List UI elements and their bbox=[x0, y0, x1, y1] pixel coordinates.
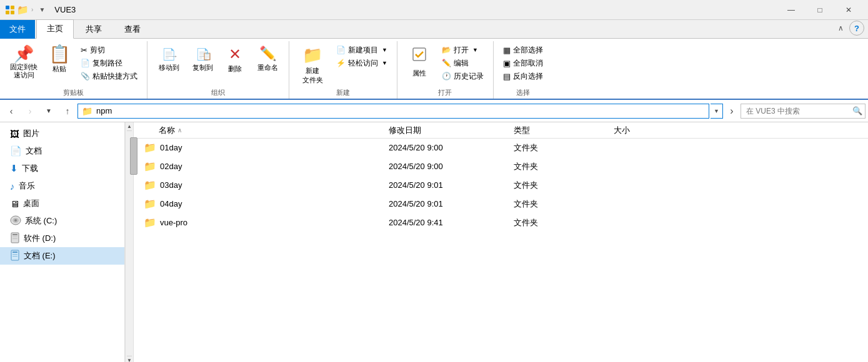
folder-icon: 📁 bbox=[144, 142, 156, 154]
downloads-label: 下载 bbox=[22, 163, 38, 174]
select-all-button[interactable]: ▦ 全部选择 bbox=[499, 44, 547, 56]
col-name[interactable]: 名称 ∧ bbox=[134, 122, 384, 139]
sidebar-item-downloads[interactable]: ⬇ 下载 bbox=[0, 160, 124, 177]
rename-button[interactable]: ✏️ 重命名 bbox=[251, 42, 284, 82]
sidebar-item-desktop[interactable]: 🖥 桌面 bbox=[0, 195, 124, 212]
file-type-cell: 文件夹 bbox=[509, 159, 609, 175]
paste-shortcut-button[interactable]: 📎 粘贴快捷方式 bbox=[76, 70, 142, 82]
search-box: 🔍 bbox=[741, 104, 866, 119]
maximize-button[interactable]: □ bbox=[806, 0, 834, 20]
new-folder-button[interactable]: 📁 新建 文件夹 bbox=[294, 42, 331, 87]
sidebar-item-documents[interactable]: 📄 文档 bbox=[0, 142, 124, 160]
ribbon-group-organize: 📄→ 移动到 📄📋 复制到 ✕ 删除 ✏️ 重命名 组织 bbox=[147, 41, 289, 99]
up-button[interactable]: ↑ bbox=[59, 102, 76, 120]
file-list-header: 名称 ∧ 修改日期 类型 大小 bbox=[134, 122, 868, 139]
table-row[interactable]: 📁 04day 2024/5/20 9:01 文件夹 bbox=[134, 195, 868, 213]
sidebar-item-software-d[interactable]: 软件 (D:) bbox=[0, 230, 124, 247]
file-size-cell bbox=[609, 202, 868, 207]
tab-file[interactable]: 文件 bbox=[0, 20, 35, 39]
copy-to-icon: 📄📋 bbox=[196, 46, 209, 62]
file-size-cell bbox=[609, 164, 868, 169]
sidebar-item-docs-e[interactable]: 文档 (E:) bbox=[0, 247, 124, 265]
new-item-button[interactable]: 📄 新建项目 ▼ bbox=[332, 44, 392, 56]
invert-select-button[interactable]: ▤ 反向选择 bbox=[499, 70, 547, 82]
easy-access-button[interactable]: ⚡ 轻松访问 ▼ bbox=[332, 57, 392, 69]
address-dropdown-button[interactable]: ▼ bbox=[711, 104, 723, 119]
search-input[interactable] bbox=[746, 107, 852, 115]
edit-label: 编辑 bbox=[454, 58, 469, 69]
downloads-icon: ⬇ bbox=[10, 163, 18, 174]
file-name: 02day bbox=[160, 162, 182, 171]
svg-rect-4 bbox=[413, 48, 426, 61]
copy-path-button[interactable]: 📄 复制路径 bbox=[76, 57, 142, 69]
pin-quick-access-button[interactable]: 📌 固定到快 速访问 bbox=[5, 42, 42, 82]
minimize-button[interactable]: — bbox=[777, 0, 806, 20]
copy-path-label: 复制路径 bbox=[92, 58, 122, 69]
tab-view[interactable]: 查看 bbox=[114, 20, 151, 39]
rename-label: 重命名 bbox=[257, 63, 278, 72]
recent-locations-button[interactable]: ▼ bbox=[40, 102, 57, 120]
address-bar: ‹ › ▼ ↑ 📁 npm ▼ › 🔍 bbox=[0, 100, 868, 122]
address-input[interactable]: 📁 npm bbox=[77, 104, 709, 119]
table-row[interactable]: 📁 03day 2024/5/20 9:01 文件夹 bbox=[134, 176, 868, 195]
folder-title-icon: 📁 bbox=[17, 5, 27, 15]
address-forward-arrow[interactable]: › bbox=[724, 102, 739, 120]
sidebar-item-system-c[interactable]: 系统 (C:) bbox=[0, 212, 124, 230]
sidebar-item-pictures[interactable]: 🖼 图片 bbox=[0, 125, 124, 142]
scrollbar-down-arrow[interactable]: ▼ bbox=[127, 356, 132, 362]
title-bar-arrow: › bbox=[31, 6, 33, 13]
properties-button[interactable]: 属性 bbox=[402, 42, 436, 82]
address-text: npm bbox=[96, 106, 112, 115]
col-date[interactable]: 修改日期 bbox=[384, 122, 509, 139]
dropdown-icon[interactable]: ▼ bbox=[37, 5, 47, 15]
col-type[interactable]: 类型 bbox=[509, 122, 609, 139]
quick-access-icon[interactable] bbox=[5, 5, 15, 15]
ribbon-collapse-button[interactable]: ∧ bbox=[834, 22, 847, 34]
new-item-icon: 📄 bbox=[336, 46, 346, 54]
sort-icon: ∧ bbox=[177, 127, 182, 134]
close-button[interactable]: ✕ bbox=[834, 0, 863, 20]
move-to-button[interactable]: 📄→ 移动到 bbox=[152, 42, 185, 82]
back-button[interactable]: ‹ bbox=[2, 102, 20, 120]
clipboard-small-buttons: ✂ 剪切 📄 复制路径 📎 粘贴快捷方式 bbox=[76, 42, 142, 82]
cut-label: 剪切 bbox=[90, 45, 105, 56]
help-button[interactable]: ? bbox=[849, 21, 864, 36]
open-btn-arrow: ▼ bbox=[472, 47, 478, 53]
easy-access-label: 轻松访问 bbox=[348, 58, 378, 69]
pictures-label: 图片 bbox=[23, 128, 39, 139]
open-btn-button[interactable]: 📂 打开 ▼ bbox=[437, 44, 488, 56]
paste-label: 粘贴 bbox=[52, 64, 66, 74]
tab-home[interactable]: 主页 bbox=[36, 19, 74, 39]
tab-share[interactable]: 共享 bbox=[75, 20, 112, 39]
history-button[interactable]: 🕐 历史记录 bbox=[437, 70, 488, 82]
file-date-cell: 2024/5/20 9:01 bbox=[384, 178, 509, 192]
cut-button[interactable]: ✂ 剪切 bbox=[76, 44, 142, 56]
ribbon-group-new: 📁 新建 文件夹 📄 新建项目 ▼ ⚡ 轻松访问 ▼ 新建 bbox=[289, 41, 397, 99]
table-row[interactable]: 📁 vue-pro 2024/5/20 9:41 文件夹 bbox=[134, 213, 868, 232]
main-area: 🖼 图片 📄 文档 ⬇ 下载 ♪ 音乐 🖥 桌面 bbox=[0, 122, 868, 362]
organize-label: 组织 bbox=[152, 87, 284, 97]
paste-button[interactable]: 📋 粘贴 bbox=[44, 42, 75, 82]
software-d-label: 软件 (D:) bbox=[24, 233, 56, 244]
scrollbar-up-arrow[interactable]: ▲ bbox=[127, 122, 132, 131]
edit-button[interactable]: ✏️ 编辑 bbox=[437, 57, 488, 69]
properties-label: 属性 bbox=[412, 69, 426, 78]
search-icon[interactable]: 🔍 bbox=[852, 106, 862, 115]
file-type-cell: 文件夹 bbox=[509, 215, 609, 231]
new-item-label: 新建项目 bbox=[348, 45, 378, 56]
file-size-cell bbox=[609, 145, 868, 150]
col-size[interactable]: 大小 bbox=[609, 122, 868, 139]
sidebar-item-music[interactable]: ♪ 音乐 bbox=[0, 177, 124, 195]
copy-to-button[interactable]: 📄📋 复制到 bbox=[186, 42, 219, 82]
new-folder-icon: 📁 bbox=[302, 46, 322, 65]
delete-button[interactable]: ✕ 删除 bbox=[220, 42, 250, 82]
table-row[interactable]: 📁 02day 2024/5/20 9:00 文件夹 bbox=[134, 157, 868, 176]
clipboard-content: 📌 固定到快 速访问 📋 粘贴 ✂ 剪切 📄 复制路径 📎 bbox=[5, 42, 142, 87]
new-label: 新建 bbox=[294, 87, 392, 97]
clipboard-label: 剪贴板 bbox=[5, 87, 142, 97]
scrollbar-thumb[interactable] bbox=[130, 137, 137, 175]
table-row[interactable]: 📁 01day 2024/5/20 9:00 文件夹 bbox=[134, 139, 868, 157]
select-none-button[interactable]: ▣ 全部取消 bbox=[499, 57, 547, 69]
forward-button[interactable]: › bbox=[21, 102, 39, 120]
sidebar-scrollbar[interactable]: ▲ ▼ bbox=[125, 122, 133, 362]
